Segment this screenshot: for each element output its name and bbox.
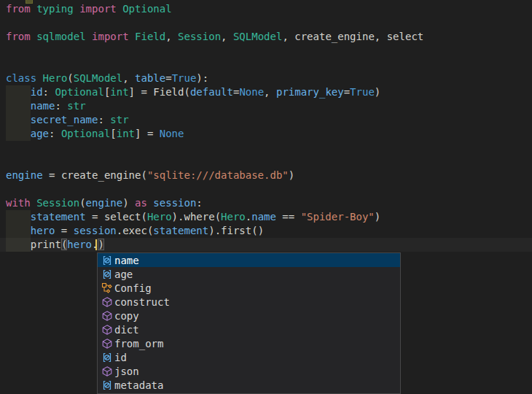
code-token: create_engine bbox=[61, 169, 141, 181]
code-token: sqlmodel bbox=[36, 31, 85, 42]
code-token bbox=[31, 3, 36, 15]
symbol-field-icon bbox=[100, 269, 114, 280]
code-line[interactable] bbox=[0, 141, 532, 155]
code-token: () bbox=[251, 225, 264, 236]
code-line[interactable]: statement = select(Hero).where(Hero.name… bbox=[0, 210, 532, 224]
code-token: Session bbox=[36, 197, 79, 209]
code-token: statement bbox=[31, 211, 86, 223]
code-token: ) bbox=[289, 169, 294, 181]
code-line[interactable] bbox=[0, 155, 532, 169]
code-line[interactable] bbox=[0, 182, 532, 196]
code-line[interactable]: engine = create_engine("sqlite:///databa… bbox=[0, 169, 532, 182]
matched-bracket: ) bbox=[98, 239, 103, 250]
code-line[interactable]: hero = session.exec(statement).first() bbox=[0, 224, 532, 238]
suggestion-item[interactable]: copy bbox=[98, 309, 400, 322]
suggestion-item[interactable]: from_orm bbox=[98, 336, 400, 350]
code-token: hero bbox=[31, 225, 55, 236]
code-token bbox=[31, 197, 36, 209]
code-token bbox=[6, 128, 31, 139]
code-token: create_engine bbox=[294, 31, 375, 42]
code-token: SQLModel bbox=[74, 72, 122, 84]
symbol-method-icon bbox=[100, 296, 114, 308]
code-line[interactable]: from sqlmodel import Field, Session, SQL… bbox=[0, 30, 532, 44]
suggestion-item[interactable]: name bbox=[98, 253, 400, 267]
code-token: [ bbox=[110, 128, 116, 139]
code-token: str bbox=[67, 100, 85, 112]
code-token: = bbox=[165, 72, 171, 84]
indent-highlight-fragment bbox=[26, 0, 33, 4]
code-token: "Spider-Boy" bbox=[301, 211, 375, 223]
code-line[interactable]: secret_name: str bbox=[0, 113, 532, 127]
code-token: : bbox=[98, 114, 110, 125]
code-token: , bbox=[122, 72, 135, 84]
code-token: Session bbox=[178, 31, 221, 42]
code-token: True bbox=[172, 72, 197, 84]
suggestion-label: id bbox=[114, 352, 127, 363]
code-token: hero bbox=[67, 239, 92, 250]
suggestion-item[interactable]: age bbox=[98, 267, 400, 281]
suggestion-item[interactable]: dict bbox=[98, 322, 400, 336]
code-line[interactable]: age: Optional[int] = None bbox=[0, 127, 532, 141]
symbol-method-icon bbox=[100, 366, 114, 377]
code-token: ( bbox=[67, 72, 73, 84]
suggestion-item[interactable]: id bbox=[98, 350, 400, 364]
code-token: Field bbox=[153, 86, 184, 98]
code-token: None bbox=[239, 86, 264, 98]
suggestion-item[interactable]: construct bbox=[98, 295, 400, 309]
code-token: name bbox=[31, 100, 55, 112]
code-token: table bbox=[135, 72, 165, 84]
code-token: ) bbox=[375, 211, 380, 223]
code-token bbox=[129, 31, 135, 42]
code-token: statement bbox=[153, 225, 208, 236]
code-token: id bbox=[31, 86, 43, 98]
suggestion-label: Config bbox=[114, 282, 152, 294]
code-token: secret_name bbox=[31, 114, 98, 125]
code-line[interactable]: from typing import Optional bbox=[0, 2, 532, 16]
symbol-method-icon bbox=[100, 310, 114, 322]
code-token: import bbox=[92, 31, 129, 42]
code-editor[interactable]: from typing import Optionalfrom sqlmodel… bbox=[0, 0, 532, 394]
code-token: . bbox=[117, 225, 122, 236]
code-token: ( bbox=[79, 197, 85, 209]
code-line[interactable] bbox=[0, 58, 532, 72]
code-token: ). bbox=[208, 225, 221, 236]
code-token: ) bbox=[375, 86, 380, 98]
code-area: from typing import Optionalfrom sqlmodel… bbox=[0, 2, 532, 252]
code-token: : bbox=[196, 197, 202, 209]
code-token: == bbox=[276, 211, 301, 223]
suggestion-item[interactable]: metadata bbox=[98, 378, 400, 392]
code-token: primary_key bbox=[276, 86, 344, 98]
code-token: exec bbox=[122, 225, 147, 236]
suggestion-item[interactable]: Config bbox=[98, 281, 400, 295]
code-token: with bbox=[6, 197, 31, 209]
code-line[interactable] bbox=[0, 16, 532, 30]
suggestion-label: from_orm bbox=[114, 338, 163, 349]
code-token: print bbox=[31, 239, 61, 250]
code-token bbox=[6, 211, 31, 223]
symbol-method-icon bbox=[100, 324, 114, 336]
code-token: age bbox=[31, 128, 49, 139]
code-line[interactable]: name: str bbox=[0, 99, 532, 113]
suggestion-label: age bbox=[114, 269, 133, 280]
code-token: ( bbox=[215, 211, 221, 223]
code-token bbox=[6, 239, 31, 250]
code-token: : bbox=[43, 86, 55, 98]
code-token bbox=[31, 31, 36, 42]
code-token bbox=[6, 114, 31, 125]
suggestion-label: dict bbox=[114, 324, 139, 336]
code-token bbox=[74, 3, 79, 15]
code-token: Field bbox=[135, 31, 165, 42]
code-token: where bbox=[184, 211, 214, 223]
code-token: ( bbox=[184, 86, 189, 98]
code-token bbox=[6, 225, 31, 236]
code-line[interactable]: with Session(engine) as session: bbox=[0, 196, 532, 210]
code-token: SQLModel bbox=[233, 31, 282, 42]
code-line[interactable]: print(hero.) bbox=[0, 238, 532, 252]
code-line[interactable]: id: Optional[int] = Field(default=None, … bbox=[0, 85, 532, 99]
code-token: Optional bbox=[61, 128, 110, 139]
suggestion-item[interactable]: json bbox=[98, 364, 400, 378]
code-line[interactable]: class Hero(SQLModel, table=True): bbox=[0, 72, 532, 85]
code-token: None bbox=[160, 128, 184, 139]
code-token: : bbox=[55, 100, 67, 112]
code-line[interactable] bbox=[0, 44, 532, 58]
